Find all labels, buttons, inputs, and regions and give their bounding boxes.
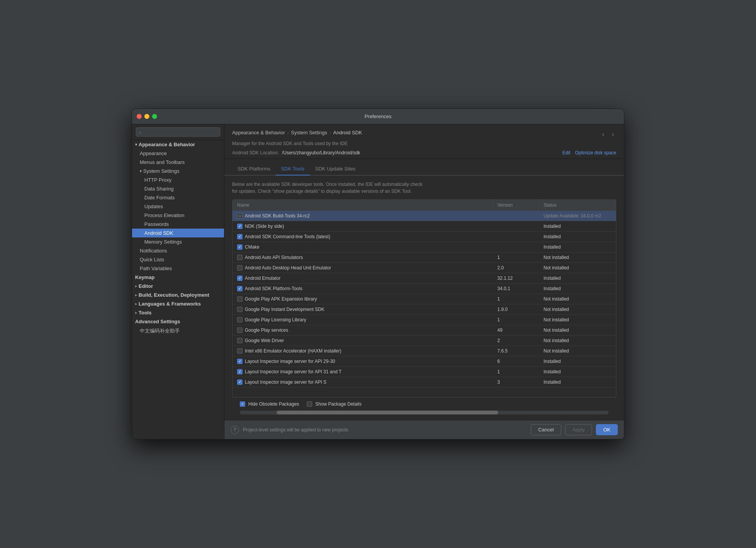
chevron-icon: ▸: [135, 302, 137, 306]
sidebar-item-keymap[interactable]: Keymap: [132, 273, 224, 282]
cancel-button[interactable]: Cancel: [531, 424, 561, 435]
row-checkbox[interactable]: [237, 234, 243, 239]
sidebar: ⌕ ▾ Appearance & Behavior Appearance Men…: [132, 124, 224, 439]
sidebar-item-memory-settings[interactable]: Memory Settings: [132, 237, 224, 246]
table-row: Google Web Driver 2 Not installed: [232, 336, 616, 346]
row-name: Android SDK Build-Tools 34-rc2: [245, 213, 310, 219]
row-checkbox[interactable]: [237, 296, 243, 302]
row-checkbox[interactable]: [237, 276, 243, 281]
row-name-cell: Layout Inspector image server for API 29…: [232, 356, 493, 366]
hide-obsolete-label: Hide Obsolete Packages: [248, 401, 299, 407]
row-name: Layout Inspector image server for API 29…: [245, 359, 335, 364]
row-version-cell: 1: [493, 367, 539, 377]
bottom-bar: ? Project-level settings will be applied…: [224, 420, 624, 439]
sidebar-item-label: Process Elevation: [144, 212, 184, 218]
row-checkbox[interactable]: [237, 265, 243, 271]
sidebar-item-system-settings[interactable]: ▾ System Settings: [132, 167, 224, 175]
sidebar-item-http-proxy[interactable]: HTTP Proxy: [132, 175, 224, 184]
row-status-cell: Not installed: [539, 304, 616, 314]
sidebar-item-updates[interactable]: Updates: [132, 202, 224, 211]
sidebar-item-process-elevation[interactable]: Process Elevation: [132, 211, 224, 220]
window-title: Preferences: [365, 114, 391, 119]
row-version-cell: 6: [493, 356, 539, 366]
table-row: Google Play services 49 Not installed: [232, 325, 616, 336]
help-button[interactable]: ?: [231, 426, 239, 434]
row-name-cell: Google Play Licensing Library: [232, 315, 493, 325]
sidebar-item-label: Keymap: [135, 274, 155, 280]
sidebar-item-label: Menus and Toolbars: [140, 159, 185, 165]
sdk-location-row: Android SDK Location: /Users/zhangyubo/L…: [232, 150, 616, 155]
tab-sdk-update-sites[interactable]: SDK Update Sites: [310, 163, 361, 175]
breadcrumb-arrow-1: ›: [287, 130, 289, 135]
sidebar-item-chinese-helper[interactable]: 中文编码补全助手: [132, 326, 224, 336]
sidebar-item-menus-toolbars[interactable]: Menus and Toolbars: [132, 158, 224, 167]
sidebar-item-path-variables[interactable]: Path Variables: [132, 264, 224, 273]
sidebar-item-label: Date Formats: [144, 195, 175, 200]
hide-obsolete-group: Hide Obsolete Packages: [240, 401, 299, 407]
close-button[interactable]: [137, 114, 142, 119]
row-checkbox[interactable]: [237, 255, 243, 260]
row-checkbox[interactable]: [237, 244, 243, 250]
minimize-button[interactable]: [144, 114, 149, 119]
ok-button[interactable]: OK: [596, 424, 618, 435]
sidebar-item-android-sdk[interactable]: Android SDK: [132, 229, 224, 237]
row-name: Layout Inspector image server for API 31…: [245, 369, 341, 374]
main-header: Appearance & Behavior › System Settings …: [224, 124, 624, 159]
chevron-icon: ▸: [135, 293, 137, 297]
row-status-cell: Not installed: [539, 263, 616, 273]
sidebar-item-label: HTTP Proxy: [144, 177, 172, 183]
scrollbar-thumb[interactable]: [277, 411, 498, 414]
sidebar-item-advanced-settings[interactable]: Advanced Settings: [132, 317, 224, 326]
row-checkbox[interactable]: [237, 379, 243, 385]
table-row: Intel x86 Emulator Accelerator (HAXM ins…: [232, 346, 616, 356]
row-checkbox[interactable]: [237, 317, 243, 322]
tab-sdk-platforms[interactable]: SDK Platforms: [232, 163, 276, 175]
search-input[interactable]: [136, 127, 220, 137]
sidebar-item-appearance-behavior[interactable]: ▾ Appearance & Behavior: [132, 140, 224, 149]
sidebar-item-data-sharing[interactable]: Data Sharing: [132, 184, 224, 193]
sidebar-item-quick-lists[interactable]: Quick Lists: [132, 255, 224, 264]
sidebar-item-tools[interactable]: ▸ Tools: [132, 308, 224, 317]
tabs: SDK Platforms SDK Tools SDK Update Sites: [224, 163, 624, 175]
row-version-cell: 3: [493, 377, 539, 387]
row-checkbox[interactable]: [237, 307, 243, 312]
row-version-cell: [493, 224, 539, 229]
row-checkbox[interactable]: [237, 224, 243, 229]
breadcrumb-arrow-2: ›: [329, 130, 331, 135]
back-button[interactable]: ‹: [600, 130, 606, 139]
row-checkbox[interactable]: [237, 286, 243, 291]
preferences-window: Preferences ⌕ ▾ Appearance & Behavior Ap…: [132, 109, 624, 439]
sidebar-item-passwords[interactable]: Passwords: [132, 220, 224, 229]
sidebar-item-label: Notifications: [140, 248, 167, 254]
show-package-checkbox[interactable]: [307, 401, 312, 407]
row-name-cell: NDK (Side by side): [232, 221, 493, 231]
sidebar-item-languages[interactable]: ▸ Languages & Frameworks: [132, 299, 224, 308]
row-status-cell: Installed: [539, 367, 616, 377]
edit-button[interactable]: Edit: [562, 150, 570, 155]
horizontal-scrollbar[interactable]: [240, 411, 609, 414]
row-name: Layout Inspector image server for API S: [245, 379, 326, 385]
row-checkbox[interactable]: [237, 213, 243, 219]
col-status: Status: [539, 200, 616, 211]
tab-sdk-tools[interactable]: SDK Tools: [276, 163, 309, 175]
sidebar-item-date-formats[interactable]: Date Formats: [132, 193, 224, 202]
sidebar-item-build[interactable]: ▸ Build, Execution, Deployment: [132, 291, 224, 299]
search-icon: ⌕: [139, 130, 141, 134]
row-checkbox[interactable]: [237, 338, 243, 343]
row-checkbox[interactable]: [237, 348, 243, 354]
hide-obsolete-checkbox[interactable]: [240, 401, 245, 407]
row-name-cell: Layout Inspector image server for API S: [232, 377, 493, 387]
forward-button[interactable]: ›: [610, 130, 616, 139]
chevron-icon: ▸: [135, 311, 137, 315]
sidebar-item-appearance[interactable]: Appearance: [132, 149, 224, 158]
row-checkbox[interactable]: [237, 327, 243, 333]
sidebar-item-editor[interactable]: ▸ Editor: [132, 282, 224, 291]
maximize-button[interactable]: [152, 114, 157, 119]
sidebar-item-notifications[interactable]: Notifications: [132, 246, 224, 255]
optimize-disk-button[interactable]: Optimize disk space: [575, 150, 616, 155]
row-checkbox[interactable]: [237, 369, 243, 374]
sidebar-item-label: 中文编码补全助手: [140, 327, 180, 334]
sidebar-item-label: Memory Settings: [144, 239, 182, 245]
apply-button[interactable]: Apply: [565, 424, 592, 435]
row-checkbox[interactable]: [237, 359, 243, 364]
